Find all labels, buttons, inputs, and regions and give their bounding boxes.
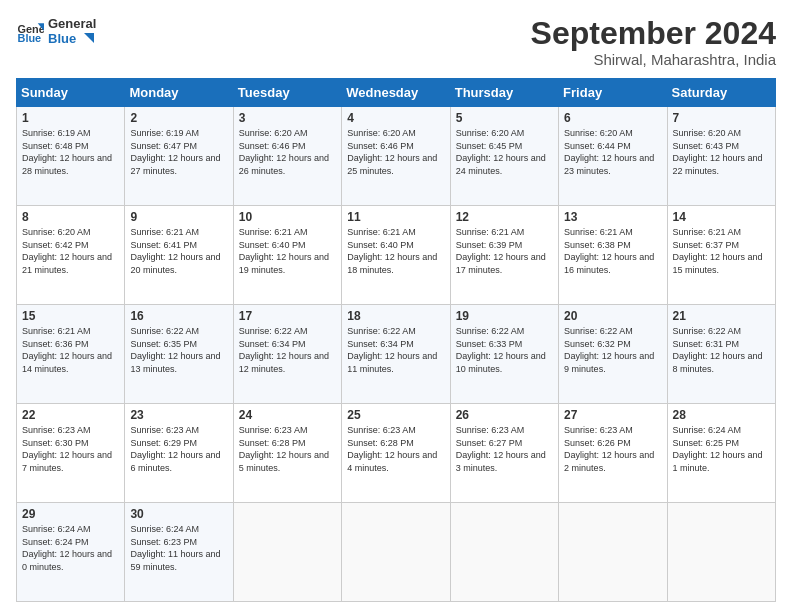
day-number: 25 xyxy=(347,408,444,422)
day-number: 30 xyxy=(130,507,227,521)
calendar-cell: 14 Sunrise: 6:21 AM Sunset: 6:37 PM Dayl… xyxy=(667,206,775,305)
calendar-week-row: 8 Sunrise: 6:20 AM Sunset: 6:42 PM Dayli… xyxy=(17,206,776,305)
logo-blue: Blue xyxy=(48,31,96,47)
calendar-cell: 11 Sunrise: 6:21 AM Sunset: 6:40 PM Dayl… xyxy=(342,206,450,305)
day-number: 28 xyxy=(673,408,770,422)
day-info: Sunrise: 6:22 AM Sunset: 6:33 PM Dayligh… xyxy=(456,325,553,375)
day-number: 4 xyxy=(347,111,444,125)
day-info: Sunrise: 6:21 AM Sunset: 6:39 PM Dayligh… xyxy=(456,226,553,276)
calendar-cell: 19 Sunrise: 6:22 AM Sunset: 6:33 PM Dayl… xyxy=(450,305,558,404)
day-info: Sunrise: 6:20 AM Sunset: 6:45 PM Dayligh… xyxy=(456,127,553,177)
calendar-cell xyxy=(667,503,775,602)
calendar-cell xyxy=(559,503,667,602)
calendar-cell: 7 Sunrise: 6:20 AM Sunset: 6:43 PM Dayli… xyxy=(667,107,775,206)
day-number: 7 xyxy=(673,111,770,125)
calendar-header-sunday: Sunday xyxy=(17,79,125,107)
calendar-cell: 5 Sunrise: 6:20 AM Sunset: 6:45 PM Dayli… xyxy=(450,107,558,206)
calendar-header-tuesday: Tuesday xyxy=(233,79,341,107)
calendar-cell: 2 Sunrise: 6:19 AM Sunset: 6:47 PM Dayli… xyxy=(125,107,233,206)
calendar-header-wednesday: Wednesday xyxy=(342,79,450,107)
logo-general: General xyxy=(48,16,96,31)
calendar-header-saturday: Saturday xyxy=(667,79,775,107)
calendar-cell: 15 Sunrise: 6:21 AM Sunset: 6:36 PM Dayl… xyxy=(17,305,125,404)
day-info: Sunrise: 6:21 AM Sunset: 6:37 PM Dayligh… xyxy=(673,226,770,276)
month-title: September 2024 xyxy=(531,16,776,51)
day-number: 18 xyxy=(347,309,444,323)
day-info: Sunrise: 6:22 AM Sunset: 6:34 PM Dayligh… xyxy=(239,325,336,375)
calendar-cell: 16 Sunrise: 6:22 AM Sunset: 6:35 PM Dayl… xyxy=(125,305,233,404)
day-info: Sunrise: 6:20 AM Sunset: 6:43 PM Dayligh… xyxy=(673,127,770,177)
day-number: 24 xyxy=(239,408,336,422)
day-number: 13 xyxy=(564,210,661,224)
calendar-cell: 1 Sunrise: 6:19 AM Sunset: 6:48 PM Dayli… xyxy=(17,107,125,206)
calendar-cell xyxy=(233,503,341,602)
calendar-cell xyxy=(450,503,558,602)
calendar-cell: 10 Sunrise: 6:21 AM Sunset: 6:40 PM Dayl… xyxy=(233,206,341,305)
calendar-cell: 22 Sunrise: 6:23 AM Sunset: 6:30 PM Dayl… xyxy=(17,404,125,503)
calendar-cell: 20 Sunrise: 6:22 AM Sunset: 6:32 PM Dayl… xyxy=(559,305,667,404)
day-number: 3 xyxy=(239,111,336,125)
calendar-cell: 6 Sunrise: 6:20 AM Sunset: 6:44 PM Dayli… xyxy=(559,107,667,206)
day-number: 10 xyxy=(239,210,336,224)
title-block: September 2024 Shirwal, Maharashtra, Ind… xyxy=(531,16,776,68)
day-info: Sunrise: 6:20 AM Sunset: 6:46 PM Dayligh… xyxy=(239,127,336,177)
header: General Blue General Blue September 2024… xyxy=(16,16,776,68)
day-number: 27 xyxy=(564,408,661,422)
day-number: 14 xyxy=(673,210,770,224)
day-number: 8 xyxy=(22,210,119,224)
calendar-cell: 27 Sunrise: 6:23 AM Sunset: 6:26 PM Dayl… xyxy=(559,404,667,503)
calendar-cell: 29 Sunrise: 6:24 AM Sunset: 6:24 PM Dayl… xyxy=(17,503,125,602)
calendar-cell: 24 Sunrise: 6:23 AM Sunset: 6:28 PM Dayl… xyxy=(233,404,341,503)
calendar-cell xyxy=(342,503,450,602)
day-number: 22 xyxy=(22,408,119,422)
calendar-cell: 3 Sunrise: 6:20 AM Sunset: 6:46 PM Dayli… xyxy=(233,107,341,206)
logo-icon: General Blue xyxy=(16,17,44,45)
calendar-cell: 21 Sunrise: 6:22 AM Sunset: 6:31 PM Dayl… xyxy=(667,305,775,404)
day-info: Sunrise: 6:21 AM Sunset: 6:38 PM Dayligh… xyxy=(564,226,661,276)
day-info: Sunrise: 6:21 AM Sunset: 6:36 PM Dayligh… xyxy=(22,325,119,375)
day-info: Sunrise: 6:23 AM Sunset: 6:29 PM Dayligh… xyxy=(130,424,227,474)
calendar-cell: 17 Sunrise: 6:22 AM Sunset: 6:34 PM Dayl… xyxy=(233,305,341,404)
day-number: 6 xyxy=(564,111,661,125)
day-info: Sunrise: 6:19 AM Sunset: 6:48 PM Dayligh… xyxy=(22,127,119,177)
logo: General Blue General Blue xyxy=(16,16,96,47)
day-number: 2 xyxy=(130,111,227,125)
day-number: 20 xyxy=(564,309,661,323)
calendar-body: 1 Sunrise: 6:19 AM Sunset: 6:48 PM Dayli… xyxy=(17,107,776,602)
day-number: 26 xyxy=(456,408,553,422)
calendar-week-row: 15 Sunrise: 6:21 AM Sunset: 6:36 PM Dayl… xyxy=(17,305,776,404)
logo-arrow-icon xyxy=(80,33,94,47)
calendar-cell: 8 Sunrise: 6:20 AM Sunset: 6:42 PM Dayli… xyxy=(17,206,125,305)
day-number: 11 xyxy=(347,210,444,224)
day-number: 21 xyxy=(673,309,770,323)
calendar-week-row: 1 Sunrise: 6:19 AM Sunset: 6:48 PM Dayli… xyxy=(17,107,776,206)
calendar-cell: 18 Sunrise: 6:22 AM Sunset: 6:34 PM Dayl… xyxy=(342,305,450,404)
svg-marker-3 xyxy=(84,33,94,43)
day-number: 5 xyxy=(456,111,553,125)
day-info: Sunrise: 6:23 AM Sunset: 6:28 PM Dayligh… xyxy=(347,424,444,474)
calendar-header-friday: Friday xyxy=(559,79,667,107)
calendar-cell: 4 Sunrise: 6:20 AM Sunset: 6:46 PM Dayli… xyxy=(342,107,450,206)
day-info: Sunrise: 6:22 AM Sunset: 6:35 PM Dayligh… xyxy=(130,325,227,375)
day-number: 12 xyxy=(456,210,553,224)
day-info: Sunrise: 6:22 AM Sunset: 6:34 PM Dayligh… xyxy=(347,325,444,375)
location: Shirwal, Maharashtra, India xyxy=(531,51,776,68)
calendar-header-thursday: Thursday xyxy=(450,79,558,107)
day-info: Sunrise: 6:22 AM Sunset: 6:31 PM Dayligh… xyxy=(673,325,770,375)
calendar-cell: 26 Sunrise: 6:23 AM Sunset: 6:27 PM Dayl… xyxy=(450,404,558,503)
day-info: Sunrise: 6:23 AM Sunset: 6:26 PM Dayligh… xyxy=(564,424,661,474)
day-info: Sunrise: 6:23 AM Sunset: 6:30 PM Dayligh… xyxy=(22,424,119,474)
calendar-cell: 25 Sunrise: 6:23 AM Sunset: 6:28 PM Dayl… xyxy=(342,404,450,503)
day-info: Sunrise: 6:24 AM Sunset: 6:24 PM Dayligh… xyxy=(22,523,119,573)
calendar-header-row: SundayMondayTuesdayWednesdayThursdayFrid… xyxy=(17,79,776,107)
day-number: 29 xyxy=(22,507,119,521)
day-info: Sunrise: 6:20 AM Sunset: 6:44 PM Dayligh… xyxy=(564,127,661,177)
day-info: Sunrise: 6:20 AM Sunset: 6:46 PM Dayligh… xyxy=(347,127,444,177)
calendar-cell: 23 Sunrise: 6:23 AM Sunset: 6:29 PM Dayl… xyxy=(125,404,233,503)
svg-text:Blue: Blue xyxy=(18,32,42,44)
day-number: 16 xyxy=(130,309,227,323)
calendar-cell: 28 Sunrise: 6:24 AM Sunset: 6:25 PM Dayl… xyxy=(667,404,775,503)
calendar-header-monday: Monday xyxy=(125,79,233,107)
day-info: Sunrise: 6:21 AM Sunset: 6:40 PM Dayligh… xyxy=(347,226,444,276)
day-info: Sunrise: 6:23 AM Sunset: 6:27 PM Dayligh… xyxy=(456,424,553,474)
